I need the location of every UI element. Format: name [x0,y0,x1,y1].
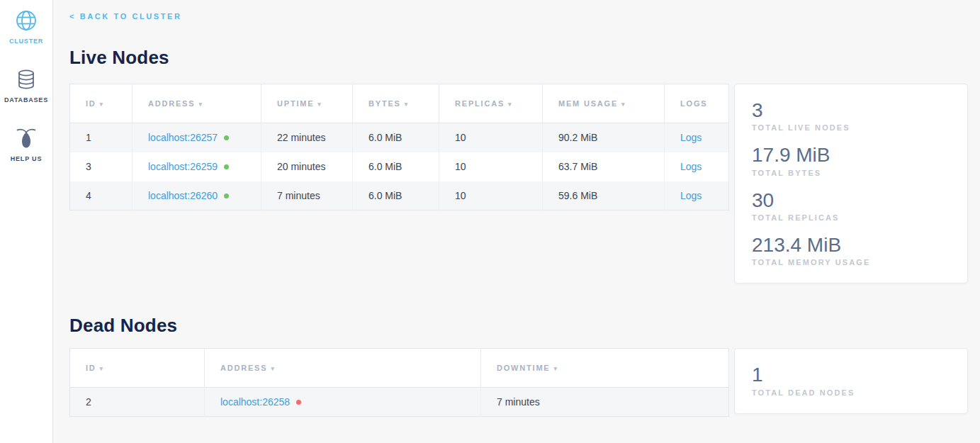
column-header-mem-usage[interactable]: MEM USAGE▾ [543,84,665,123]
sort-arrow-icon: ▾ [198,101,203,108]
bug-icon [15,126,38,150]
globe-icon [14,9,38,33]
sort-arrow-icon: ▾ [100,365,104,372]
sidebar-item-label: CLUSTER [9,38,43,45]
column-header-bytes[interactable]: BYTES▾ [353,84,439,123]
stat-label: TOTAL MEMORY USAGE [752,258,950,267]
node-id-cell: 4 [70,181,133,211]
sort-arrow-icon: ▾ [271,365,275,372]
table-row: 3 localhost:26259 20 minutes 6.0 MiB 10 … [70,152,729,181]
column-header-logs: LOGS [665,84,729,123]
node-address-link[interactable]: localhost:26258 [220,396,290,408]
live-nodes-summary-card: 3 TOTAL LIVE NODES 17.9 MiB TOTAL BYTES … [734,84,968,284]
sort-arrow-icon: ▾ [100,101,104,108]
column-header-address[interactable]: ADDRESS▾ [133,84,261,123]
column-header-downtime[interactable]: DOWNTIME▾ [481,349,729,388]
sort-arrow-icon: ▾ [405,101,409,108]
node-address-cell: localhost:26260 [133,181,261,211]
stat-value: 213.4 MiB [752,234,950,256]
node-address-link[interactable]: localhost:26257 [148,132,218,143]
stat-label: TOTAL DEAD NODES [752,388,950,397]
node-address-link[interactable]: localhost:26259 [148,161,218,172]
sort-arrow-icon: ▾ [317,101,322,108]
node-logs-cell: Logs [665,181,729,211]
node-uptime-cell: 7 minutes [261,181,353,211]
sidebar: CLUSTER DATABASES HELP US [0,0,53,443]
node-mem-usage-cell: 63.7 MiB [543,152,665,181]
node-logs-cell: Logs [665,123,729,152]
column-header-id[interactable]: ID▾ [70,84,133,123]
node-replicas-cell: 10 [439,181,543,211]
databases-icon [14,67,38,91]
stat-total-dead-nodes: 1 TOTAL DEAD NODES [752,364,950,396]
node-id-cell: 1 [70,123,133,152]
node-downtime-cell: 7 minutes [481,388,729,417]
sort-arrow-icon: ▾ [508,101,512,108]
stat-label: TOTAL BYTES [752,169,950,177]
column-header-replicas[interactable]: REPLICAS▾ [439,84,543,123]
dead-nodes-table: ID▾ ADDRESS▾ DOWNTIME▾ 2 localhost:26258… [69,348,728,417]
stat-total-live-nodes: 3 TOTAL LIVE NODES [752,99,950,132]
dead-nodes-title: Dead Nodes [69,315,968,337]
main-content: < BACK TO CLUSTER Live Nodes ID▾ ADDRESS… [53,0,980,443]
sidebar-item-help-us[interactable]: HELP US [11,126,42,162]
node-address-cell: localhost:26257 [133,123,261,152]
stat-label: TOTAL REPLICAS [752,213,950,222]
live-status-dot-icon [224,164,229,169]
live-status-dot-icon [224,135,229,140]
node-bytes-cell: 6.0 MiB [353,152,439,181]
node-address-cell: localhost:26258 [205,388,481,417]
stat-value: 1 [752,364,950,386]
sidebar-item-databases[interactable]: DATABASES [4,67,48,103]
sidebar-item-label: HELP US [11,155,42,162]
node-logs-link[interactable]: Logs [680,190,702,201]
node-bytes-cell: 6.0 MiB [353,123,439,152]
node-mem-usage-cell: 90.2 MiB [543,123,665,152]
node-bytes-cell: 6.0 MiB [353,181,439,211]
dead-status-dot-icon [296,400,301,405]
dead-nodes-summary-card: 1 TOTAL DEAD NODES [734,348,968,413]
live-nodes-table: ID▾ ADDRESS▾ UPTIME▾ BYTES▾ REPLICAS▾ ME… [69,84,728,211]
sidebar-item-label: DATABASES [4,96,48,103]
table-header-row: ID▾ ADDRESS▾ UPTIME▾ BYTES▾ REPLICAS▾ ME… [70,84,729,123]
column-header-address[interactable]: ADDRESS▾ [205,349,481,388]
table-row: 4 localhost:26260 7 minutes 6.0 MiB 10 5… [70,181,729,211]
node-address-cell: localhost:26259 [133,152,261,181]
node-mem-usage-cell: 59.6 MiB [543,181,665,211]
node-uptime-cell: 22 minutes [261,123,353,152]
sidebar-item-cluster[interactable]: CLUSTER [9,9,43,45]
table-row: 1 localhost:26257 22 minutes 6.0 MiB 10 … [70,123,729,152]
sort-arrow-icon: ▾ [621,101,626,108]
node-logs-link[interactable]: Logs [680,132,702,143]
column-header-id[interactable]: ID▾ [70,349,205,388]
stat-total-bytes: 17.9 MiB TOTAL BYTES [752,144,950,176]
node-replicas-cell: 10 [439,123,543,152]
live-nodes-section: ID▾ ADDRESS▾ UPTIME▾ BYTES▾ REPLICAS▾ ME… [69,84,968,284]
sort-arrow-icon: ▾ [554,365,558,372]
node-logs-link[interactable]: Logs [680,161,702,172]
node-uptime-cell: 20 minutes [261,152,353,181]
stat-value: 3 [752,99,950,121]
node-replicas-cell: 10 [439,152,543,181]
live-status-dot-icon [224,194,229,198]
stat-total-memory-usage: 213.4 MiB TOTAL MEMORY USAGE [752,234,950,267]
live-nodes-title: Live Nodes [69,47,968,69]
stat-value: 17.9 MiB [752,144,950,166]
stat-value: 30 [752,189,950,211]
node-id-cell: 2 [70,388,205,417]
stat-label: TOTAL LIVE NODES [752,123,950,132]
node-id-cell: 3 [70,152,133,181]
dead-nodes-section: ID▾ ADDRESS▾ DOWNTIME▾ 2 localhost:26258… [69,348,968,417]
table-header-row: ID▾ ADDRESS▾ DOWNTIME▾ [70,349,729,388]
table-row: 2 localhost:26258 7 minutes [70,388,729,417]
stat-total-replicas: 30 TOTAL REPLICAS [752,189,950,222]
node-logs-cell: Logs [665,152,729,181]
back-to-cluster-link[interactable]: < BACK TO CLUSTER [69,12,182,21]
node-address-link[interactable]: localhost:26260 [148,190,218,201]
column-header-uptime[interactable]: UPTIME▾ [261,84,353,123]
